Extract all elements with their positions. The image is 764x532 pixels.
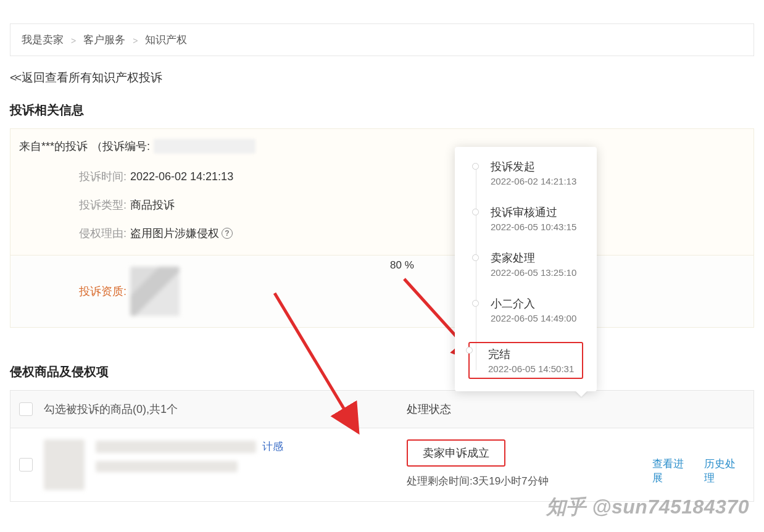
progress-popover: 投诉发起 2022-06-02 14:21:13 投诉审核通过 2022-06-…	[455, 147, 597, 391]
complaint-id-label: （投诉编号:	[91, 139, 150, 154]
step-ts: 2022-06-05 10:43:15	[491, 222, 583, 232]
step-ts: 2022-06-05 13:25:10	[491, 267, 583, 278]
chevron-right-icon: >	[71, 36, 76, 46]
step-dot-icon	[472, 254, 479, 261]
step-title: 小二介入	[491, 296, 583, 311]
timeline-step: 小二介入 2022-06-05 14:49:00	[472, 296, 583, 323]
view-progress-link[interactable]: 查看进展	[652, 457, 693, 485]
step-dot-icon	[472, 300, 479, 307]
timeline-step: 投诉审核通过 2022-06-05 10:43:15	[472, 205, 583, 232]
complaint-from: 来自***的投诉	[19, 139, 88, 154]
step-dot-icon	[466, 347, 473, 354]
step-ts: 2022-06-05 14:49:00	[491, 313, 583, 323]
section-title-complaint: 投诉相关信息	[10, 102, 754, 118]
breadcrumb-ip[interactable]: 知识产权	[145, 33, 187, 47]
breadcrumb-service[interactable]: 客户服务	[83, 33, 125, 47]
complaint-type-value: 商品投诉	[130, 197, 175, 212]
info-icon[interactable]: ?	[222, 228, 233, 239]
table-row: 计感 卖家申诉成立 处理剩余时间:3天19小时7分钟 查看进展 历史处理	[10, 428, 754, 502]
step-dot-icon	[472, 209, 479, 215]
product-meta-redacted	[96, 461, 238, 472]
product-title-redacted	[96, 441, 256, 453]
step-dot-icon	[472, 163, 479, 170]
chevron-left-icon: <<	[10, 71, 20, 85]
header-status-text: 处理状态	[407, 402, 641, 417]
status-badge: 卖家申诉成立	[407, 439, 505, 467]
back-link-label: 返回查看所有知识产权投诉	[22, 70, 162, 86]
complaint-type-label: 投诉类型:	[19, 197, 130, 212]
back-link[interactable]: << 返回查看所有知识产权投诉	[10, 70, 754, 86]
timeline-step-final: 完结 2022-06-05 14:50:31	[468, 342, 583, 379]
header-select-text: 勾选被投诉的商品(0),共1个	[44, 402, 396, 417]
product-title-tail[interactable]: 计感	[262, 441, 283, 452]
qual-percent: 80 %	[390, 259, 414, 272]
step-title: 卖家处理	[491, 251, 583, 265]
select-all-checkbox[interactable]	[19, 402, 33, 416]
step-title: 投诉发起	[491, 159, 583, 174]
timeline-step: 投诉发起 2022-06-02 14:21:13	[472, 159, 583, 186]
breadcrumb-seller[interactable]: 我是卖家	[22, 33, 64, 47]
breadcrumb: 我是卖家 > 客户服务 > 知识产权	[10, 23, 754, 56]
complaint-time-label: 投诉时间:	[19, 169, 130, 184]
product-thumbnail[interactable]	[44, 439, 85, 490]
complaint-time-value: 2022-06-02 14:21:13	[130, 170, 233, 183]
section-title-products: 侵权商品及侵权项	[10, 364, 754, 380]
remaining-time: 处理剩余时间:3天19小时7分钟	[407, 474, 641, 488]
step-ts: 2022-06-02 14:21:13	[491, 176, 583, 186]
row-checkbox[interactable]	[19, 458, 33, 472]
qual-thumbnail[interactable]	[130, 267, 180, 316]
chevron-right-icon: >	[133, 36, 138, 46]
complaint-qual-label: 投诉资质:	[19, 284, 130, 299]
complaint-reason-label: 侵权理由:	[19, 226, 130, 241]
step-ts: 2022-06-05 14:50:31	[488, 364, 577, 374]
step-title: 投诉审核通过	[491, 205, 583, 220]
complaint-panel: 来自***的投诉 （投诉编号: 投诉时间: 2022-06-02 14:21:1…	[10, 128, 754, 328]
product-list-header: 勾选被投诉的商品(0),共1个 处理状态	[10, 390, 754, 428]
timeline-step: 卖家处理 2022-06-05 13:25:10	[472, 251, 583, 278]
step-title: 完结	[488, 347, 577, 362]
complaint-id-redacted	[154, 139, 255, 154]
complaint-reason-value: 盗用图片涉嫌侵权	[130, 226, 219, 241]
history-link[interactable]: 历史处理	[704, 457, 745, 485]
watermark: 知乎 @sun745184370	[546, 494, 749, 521]
